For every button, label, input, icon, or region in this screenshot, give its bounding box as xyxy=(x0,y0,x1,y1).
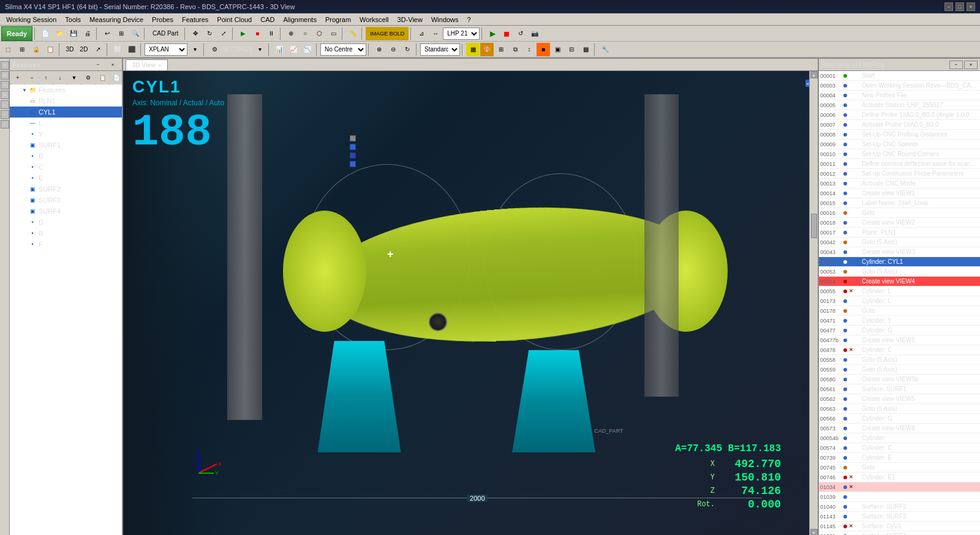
rotate-btn[interactable]: ↻ xyxy=(203,27,216,40)
dist-btn[interactable]: ↔ xyxy=(429,27,442,40)
menu-help[interactable]: ? xyxy=(464,14,475,25)
prog-row-00178[interactable]: 00178Goto xyxy=(819,306,980,316)
csr-btn[interactable]: ⊿ xyxy=(415,27,428,40)
tb2-solid-btn[interactable]: ⬛ xyxy=(125,43,138,56)
menu-alignments[interactable]: Alignments xyxy=(279,14,320,25)
prog-row-00173[interactable]: 00173Cylinder: L xyxy=(819,296,980,306)
menu-measuring-device[interactable]: Measuring Device xyxy=(86,14,147,25)
prog-row-00478[interactable]: 00478✕Cylinder: C xyxy=(819,345,980,355)
prog-row-00739[interactable]: 00739Cylinder: E xyxy=(819,453,980,463)
prog-row-00043[interactable]: 00043Create view VIEW3 xyxy=(819,247,980,257)
prog-row-00012[interactable]: 00012Set-up Continuous Probe Parameters xyxy=(819,169,980,179)
view3d[interactable]: + X Z Y CYL1 ✏ xyxy=(123,71,818,535)
prog-row-00558[interactable]: 00558Goto (5 Axis) xyxy=(819,355,980,365)
prog-row-00562[interactable]: 00562Create view VIEW5 xyxy=(819,394,980,404)
prog-row-00009[interactable]: 00009Set-Up CNC Speeds xyxy=(819,140,980,149)
undo-btn[interactable]: ↩ xyxy=(100,27,114,40)
prog-row-00055[interactable]: 00055✕Cylinder: L xyxy=(819,286,980,296)
tab-3dview-close[interactable]: × xyxy=(158,62,161,69)
tb2-btn1[interactable]: ⬚ xyxy=(1,43,15,56)
prog-row-00561[interactable]: 00561Surface: SURF1 xyxy=(819,384,980,394)
right-panel-close-btn[interactable]: × xyxy=(964,61,978,69)
new-btn[interactable]: 📄 xyxy=(39,27,52,40)
side-icon-5[interactable]: ↔ xyxy=(1,100,9,109)
feat-add-btn[interactable]: + xyxy=(11,71,24,84)
menu-3dview[interactable]: 3D-View xyxy=(394,14,426,25)
menu-windows[interactable]: Windows xyxy=(428,14,462,25)
tree-item-d[interactable]: •D xyxy=(10,217,122,228)
prog-row-00580[interactable]: 00580Create view VIEW5b xyxy=(819,375,980,384)
menu-tools[interactable]: Tools xyxy=(61,14,85,25)
feat-del-btn[interactable]: − xyxy=(25,71,39,84)
tree-item-c[interactable]: •C xyxy=(10,162,122,173)
tb2-2d-btn[interactable]: 2D xyxy=(77,43,91,56)
prog-row-00017[interactable]: 00017Plane: PLN1 xyxy=(819,228,980,238)
prog-row-00566[interactable]: 00566Cylinder: G xyxy=(819,414,980,424)
color-btn[interactable]: 🎨 xyxy=(480,43,494,56)
feat-up-btn[interactable]: ↑ xyxy=(39,71,53,84)
move-btn[interactable]: ✥ xyxy=(189,27,202,40)
tb2-wire-btn[interactable]: ⬜ xyxy=(111,43,124,56)
tree-item-f[interactable]: •F xyxy=(10,239,122,250)
tree-item-e[interactable]: •E xyxy=(10,173,122,184)
tree-item-surf3[interactable]: ▣SURF3 xyxy=(10,195,122,206)
ready-button[interactable]: Ready xyxy=(1,26,32,41)
prog-row-00054[interactable]: 00054Create view VIEW4 xyxy=(819,277,980,286)
side-icon-6[interactable]: ⌖ xyxy=(1,110,9,119)
print-btn[interactable]: 🖨 xyxy=(81,27,94,40)
open-btn[interactable]: 📁 xyxy=(53,27,66,40)
feat-prop-btn[interactable]: ⚙ xyxy=(81,71,95,84)
stop-btn[interactable]: ■ xyxy=(251,27,264,40)
feat-paste-btn[interactable]: 📄 xyxy=(110,71,123,84)
prog-row-00004[interactable]: 00004New Probes File xyxy=(819,91,980,100)
side-icon-7[interactable]: ⊹ xyxy=(1,120,9,129)
menu-workscell[interactable]: Workscell xyxy=(356,14,392,25)
tree-item-pln1[interactable]: ▭PLN1 xyxy=(10,95,122,107)
chart2-btn[interactable]: 📈 xyxy=(287,43,300,56)
prog-row-01034[interactable]: 01034✕Co xyxy=(819,482,980,492)
prog-row-00013[interactable]: 00013Activate CNC Mode xyxy=(819,179,980,189)
tree-item-b2[interactable]: •B xyxy=(10,228,122,239)
side-icon-1[interactable]: ⊕ xyxy=(1,61,9,70)
view-btn2[interactable]: ⧉ xyxy=(508,43,522,56)
view-btn6[interactable]: ⊟ xyxy=(565,43,578,56)
prog-row-00014[interactable]: 00014Create view VIEW1 xyxy=(819,189,980,198)
pause-btn[interactable]: ⏸ xyxy=(265,27,278,40)
view-btn1[interactable]: ⊞ xyxy=(494,43,508,56)
prog-row-00477b[interactable]: 00477bCreate view VIEW5 xyxy=(819,335,980,345)
scroll-down-btn[interactable]: ▼ xyxy=(810,529,818,535)
feat-filter-btn[interactable]: ▼ xyxy=(67,71,81,84)
right-panel-collapse-btn[interactable]: − xyxy=(949,61,963,69)
scroll-thumb-v[interactable] xyxy=(811,214,817,238)
tree-item-y[interactable]: •Y xyxy=(10,129,122,140)
tree-item-features-root[interactable]: ▼📁Features xyxy=(10,84,122,95)
filter-btn[interactable]: ▦ xyxy=(466,43,480,56)
prog-row-00745[interactable]: 00745Goto xyxy=(819,463,980,473)
lhp-select[interactable]: LHP 21 xyxy=(443,28,480,40)
prog-row-00010[interactable]: 00010Set-Up CNC Round Corners xyxy=(819,149,980,159)
tree-item-surf1[interactable]: ▣SURF1 xyxy=(10,140,122,151)
zoom-fit-btn[interactable]: ⊞ xyxy=(115,27,128,40)
prog-row-01040[interactable]: 01040Surface: SURF2 xyxy=(819,502,980,512)
prog-row-00042[interactable]: 00042Goto (5 Axis) xyxy=(819,238,980,247)
menu-point-cloud[interactable]: Point Cloud xyxy=(213,14,255,25)
titlebar-controls[interactable]: − □ × xyxy=(944,2,975,11)
prog-row-01145[interactable]: 01145✕Surface: CyV1 xyxy=(819,522,980,531)
settings-btn[interactable]: ⚙ xyxy=(208,43,221,56)
xplan-btn[interactable]: ▾ xyxy=(188,43,202,56)
scale-btn[interactable]: ⤢ xyxy=(217,27,230,40)
view-btn5[interactable]: ▣ xyxy=(551,43,564,56)
prog-row-01039[interactable]: 01039 xyxy=(819,492,980,502)
feat-copy-btn[interactable]: 📋 xyxy=(96,71,109,84)
prog-run-btn[interactable]: ▶ xyxy=(486,27,499,40)
view-btn7[interactable]: ▩ xyxy=(579,43,592,56)
tb2-iso-btn[interactable]: ↗ xyxy=(91,43,105,56)
zoom-in-btn[interactable]: 🔍 xyxy=(129,27,142,40)
measure-btn[interactable]: 📏 xyxy=(346,27,360,40)
prog-row-00015[interactable]: 00015Label Name: Start_Loop xyxy=(819,198,980,208)
prog-stop-btn[interactable]: ◼ xyxy=(500,27,513,40)
tree-item-l[interactable]: —L xyxy=(10,118,122,129)
plane-btn[interactable]: ▭ xyxy=(326,27,340,40)
prog-row-00559[interactable]: 00559Goto (5 Axis) xyxy=(819,365,980,375)
prog-row-00001[interactable]: 00001Start xyxy=(819,71,980,81)
